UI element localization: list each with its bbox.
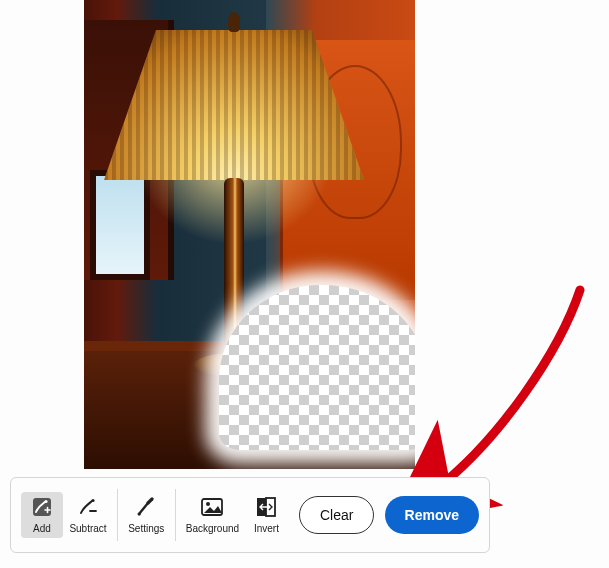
svg-point-2	[91, 499, 94, 502]
svg-point-3	[138, 512, 141, 515]
subtract-tool[interactable]: Subtract	[67, 494, 109, 536]
invert-icon	[255, 496, 277, 518]
clear-button-label: Clear	[320, 507, 353, 523]
invert-tool[interactable]: Invert	[245, 494, 287, 536]
settings-tool-label: Settings	[128, 523, 164, 534]
add-tool[interactable]: Add	[21, 492, 63, 538]
remove-button-label: Remove	[405, 507, 459, 523]
toolbar: Add Subtract Settings	[10, 477, 490, 553]
svg-point-1	[44, 500, 47, 503]
annotation-arrow	[410, 280, 600, 510]
invert-tool-label: Invert	[254, 523, 279, 534]
add-tool-label: Add	[33, 523, 51, 534]
brush-settings-icon	[135, 496, 157, 518]
remove-button[interactable]: Remove	[385, 496, 479, 534]
svg-point-5	[206, 502, 210, 506]
image-canvas[interactable]	[84, 0, 415, 469]
subtract-brush-icon	[77, 496, 99, 518]
background-tool[interactable]: Background	[183, 494, 241, 536]
background-icon	[201, 496, 223, 518]
subtract-tool-label: Subtract	[69, 523, 106, 534]
settings-tool[interactable]: Settings	[125, 494, 167, 536]
lamp-finial	[228, 12, 240, 32]
clear-button[interactable]: Clear	[299, 496, 374, 534]
add-brush-icon	[31, 496, 53, 518]
svg-rect-0	[33, 498, 51, 516]
background-tool-label: Background	[186, 523, 239, 534]
